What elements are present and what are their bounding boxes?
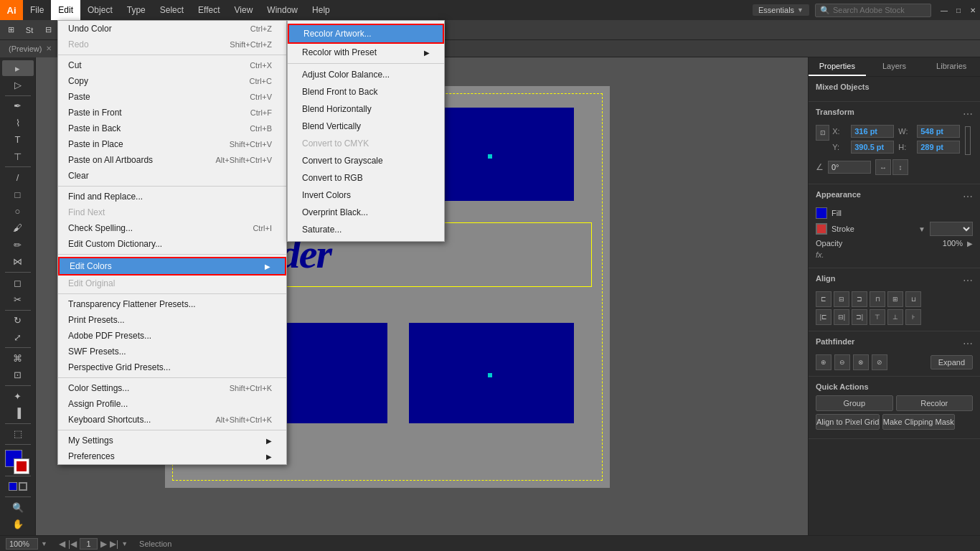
menu-print-presets[interactable]: Print Presets... — [58, 312, 286, 328]
group-btn[interactable]: Group — [816, 395, 893, 411]
page-input[interactable] — [80, 538, 98, 550]
tool-hand[interactable]: ✋ — [2, 516, 34, 532]
tool-line[interactable]: / — [2, 169, 34, 185]
tool-column-graph[interactable]: ▐ — [2, 405, 34, 420]
menu-help[interactable]: Help — [305, 0, 337, 20]
menu-select[interactable]: Select — [153, 0, 191, 20]
sub-saturate[interactable]: Saturate... — [288, 221, 444, 238]
menu-transparency-presets[interactable]: Transparency Flattener Presets... — [58, 296, 286, 312]
stroke-swatch[interactable] — [816, 223, 827, 235]
make-clipping-mask-btn[interactable]: Make Clipping Mask — [882, 414, 955, 430]
fill-swatch[interactable] — [816, 207, 827, 219]
sub-convert-grayscale[interactable]: Convert to Grayscale — [288, 152, 444, 169]
tool-color-mode[interactable] — [2, 479, 34, 494]
sub-blend-horizontally[interactable]: Blend Horizontally — [288, 100, 444, 118]
page-last-icon[interactable]: ▶| — [110, 539, 118, 549]
menu-preferences[interactable]: Preferences ▶ — [58, 448, 286, 464]
menu-view[interactable]: View — [227, 0, 260, 20]
tool-type[interactable]: T — [2, 132, 34, 148]
flip-h-btn[interactable]: ↔ — [875, 159, 891, 175]
dist-bottom-btn[interactable]: ⊦ — [905, 309, 921, 325]
sub-convert-rgb[interactable]: Convert to RGB — [288, 169, 444, 187]
sub-blend-vertically[interactable]: Blend Vertically — [288, 118, 444, 135]
tool-curvature[interactable]: ⌇ — [2, 115, 34, 131]
expand-btn[interactable]: Expand — [930, 355, 973, 369]
menu-undo-color[interactable]: Undo Color Ctrl+Z — [58, 21, 286, 37]
menu-perspective-presets[interactable]: Perspective Grid Presets... — [58, 359, 286, 375]
sub-blend-front-back[interactable]: Blend Front to Back — [288, 83, 444, 100]
arrange-btn[interactable]: ⊟ — [40, 22, 56, 38]
menu-swf-presets[interactable]: SWF Presets... — [58, 344, 286, 359]
y-input[interactable] — [851, 141, 894, 154]
maximize-button[interactable]: □ — [951, 3, 966, 17]
appearance-more-btn[interactable]: ⋯ — [963, 191, 973, 202]
transform-icon[interactable]: ⊡ — [816, 125, 829, 141]
menu-paste-place[interactable]: Paste in Place Shift+Ctrl+V — [58, 136, 286, 152]
tab-properties[interactable]: Properties — [809, 57, 866, 76]
tool-ellipse[interactable]: ○ — [2, 203, 34, 219]
pf-minus-front-btn[interactable]: ⊖ — [834, 354, 850, 370]
menu-my-settings[interactable]: My Settings ▶ — [58, 433, 286, 448]
tool-scale[interactable]: ⤢ — [2, 329, 34, 345]
tool-direct-select[interactable]: ▷ — [2, 77, 34, 93]
tool-symbol-spray[interactable]: ✦ — [2, 388, 34, 404]
zoom-input[interactable] — [6, 538, 38, 550]
tool-warp[interactable]: ⌘ — [2, 350, 34, 366]
menu-clear[interactable]: Clear — [58, 168, 286, 184]
align-right-btn[interactable]: ⊐ — [852, 291, 867, 307]
menu-assign-profile[interactable]: Assign Profile... — [58, 396, 286, 412]
page-first-icon[interactable]: |◀ — [68, 539, 77, 549]
tool-rect[interactable]: □ — [2, 187, 34, 202]
zoom-chevron[interactable]: ▼ — [41, 540, 47, 547]
dist-top-btn[interactable]: ⊤ — [870, 309, 885, 325]
menu-edit[interactable]: Edit — [51, 0, 80, 20]
tab-preview[interactable]: (Preview) ✕ — [0, 40, 61, 57]
close-button[interactable]: ✕ — [966, 3, 980, 17]
flip-v-btn[interactable]: ↕ — [892, 159, 908, 175]
opacity-expand-icon[interactable]: ▶ — [967, 240, 973, 248]
menu-paste-front[interactable]: Paste in Front Ctrl+F — [58, 105, 286, 121]
page-prev-icon[interactable]: ◀ — [59, 539, 65, 549]
menu-effect[interactable]: Effect — [191, 0, 227, 20]
menu-paste[interactable]: Paste Ctrl+V — [58, 89, 286, 105]
menu-edit-colors[interactable]: Edit Colors ▶ — [58, 257, 286, 276]
menu-check-spelling[interactable]: Check Spelling... Ctrl+I — [58, 220, 286, 236]
x-input[interactable] — [851, 125, 894, 138]
align-bottom-btn[interactable]: ⊔ — [905, 291, 921, 307]
menu-type[interactable]: Type — [120, 0, 153, 20]
tool-scissors[interactable]: ✂ — [2, 291, 34, 307]
dist-center-h-btn[interactable]: ⊟| — [834, 309, 849, 325]
minimize-button[interactable]: — — [937, 3, 951, 17]
sub-invert-colors[interactable]: Invert Colors — [288, 187, 444, 204]
sub-recolor-preset[interactable]: Recolor with Preset ▶ — [288, 44, 444, 61]
tab-preview-close[interactable]: ✕ — [46, 44, 52, 52]
tool-free-transform[interactable]: ⊡ — [2, 367, 34, 383]
angle-input[interactable] — [828, 161, 871, 174]
menu-file[interactable]: File — [23, 0, 51, 20]
pathfinder-more-btn[interactable]: ⋯ — [963, 338, 973, 349]
pf-exclude-btn[interactable]: ⊘ — [872, 354, 887, 370]
constrain-proportions-btn[interactable] — [963, 125, 973, 156]
menu-find-next[interactable]: Find Next — [58, 204, 286, 220]
sub-overprint-black[interactable]: Overprint Black... — [288, 204, 444, 221]
stroke-dropdown[interactable] — [930, 222, 973, 236]
tab-libraries[interactable]: Libraries — [923, 57, 980, 76]
align-pixel-grid-btn[interactable]: Align to Pixel Grid — [816, 414, 880, 430]
tool-zoom[interactable]: 🔍 — [2, 499, 34, 515]
new-artboard-btn[interactable]: ⊞ — [3, 22, 19, 38]
tool-eraser[interactable]: ◻ — [2, 275, 34, 291]
menu-object[interactable]: Object — [80, 0, 120, 20]
stroke-expand-icon[interactable]: ▼ — [918, 225, 925, 233]
menu-window[interactable]: Window — [260, 0, 305, 20]
menu-keyboard-shortcuts[interactable]: Keyboard Shortcuts... Alt+Shift+Ctrl+K — [58, 412, 286, 428]
menu-color-settings[interactable]: Color Settings... Shift+Ctrl+K — [58, 380, 286, 396]
menu-paste-all-artboards[interactable]: Paste on All Artboards Alt+Shift+Ctrl+V — [58, 152, 286, 168]
tab-layers[interactable]: Layers — [866, 57, 923, 76]
menu-edit-dictionary[interactable]: Edit Custom Dictionary... — [58, 236, 286, 252]
align-more-btn[interactable]: ⋯ — [963, 275, 973, 286]
recolor-btn[interactable]: Recolor — [896, 395, 974, 411]
menu-edit-original[interactable]: Edit Original — [58, 276, 286, 291]
dist-right-btn[interactable]: ⊐| — [852, 309, 867, 325]
menu-copy[interactable]: Copy Ctrl+C — [58, 73, 286, 89]
tool-pencil[interactable]: ✏ — [2, 237, 34, 253]
